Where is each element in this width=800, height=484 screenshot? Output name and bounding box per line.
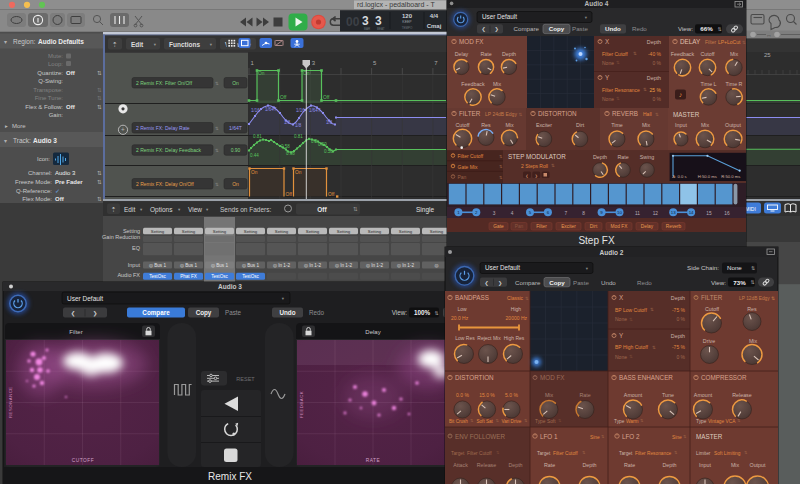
svg-text:MASTER: MASTER xyxy=(673,111,700,118)
svg-text:Q-Reference:: Q-Reference: xyxy=(16,188,52,194)
svg-text:Amount: Amount xyxy=(624,392,643,398)
svg-text:EQ: EQ xyxy=(132,245,141,251)
svg-text:⇅: ⇅ xyxy=(215,126,219,131)
svg-text:10: 10 xyxy=(617,210,622,215)
svg-text:Channel:: Channel: xyxy=(28,170,52,176)
svg-text:1/8: 1/8 xyxy=(284,120,291,125)
svg-text:2 Remix FX: Delay Feedback: 2 Remix FX: Delay Feedback xyxy=(136,147,202,153)
svg-text:Icon:: Icon: xyxy=(37,156,50,162)
svg-text:Depth: Depth xyxy=(502,51,516,57)
svg-text:Filter Cutoff: Filter Cutoff xyxy=(553,451,578,456)
svg-text:Mix: Mix xyxy=(730,51,739,57)
svg-text:⇅: ⇅ xyxy=(742,40,746,45)
svg-text:Off: Off xyxy=(66,70,76,76)
svg-text:Cutoff: Cutoff xyxy=(705,306,720,312)
svg-text:Mix: Mix xyxy=(701,122,710,128)
svg-text:On: On xyxy=(251,170,258,175)
svg-text:25: 25 xyxy=(764,52,771,58)
svg-text:Exciter: Exciter xyxy=(561,224,576,229)
svg-text:Cutoff: Cutoff xyxy=(455,122,470,128)
svg-text:Copy: Copy xyxy=(196,309,212,317)
svg-text:DISTORTION: DISTORTION xyxy=(538,110,577,117)
svg-text:BEAT: BEAT xyxy=(377,27,385,31)
svg-text:Filter Cutoff: Filter Cutoff xyxy=(602,51,628,57)
svg-text:0.81: 0.81 xyxy=(253,134,262,139)
svg-text:Mix: Mix xyxy=(493,81,502,87)
svg-text:Setting: Setting xyxy=(399,229,413,234)
svg-text:◎ In 1-2: ◎ In 1-2 xyxy=(335,263,352,268)
svg-text:Delay: Delay xyxy=(455,51,469,57)
svg-text:4/4: 4/4 xyxy=(430,13,439,19)
svg-text:❯: ❯ xyxy=(498,280,502,287)
svg-text:Depth: Depth xyxy=(662,462,676,468)
svg-text:-40 %: -40 % xyxy=(648,51,662,57)
svg-text:Gain:: Gain: xyxy=(49,112,64,118)
svg-text:Functions: Functions xyxy=(169,41,200,48)
svg-text:Mix: Mix xyxy=(505,122,514,128)
svg-text:Gate Mix: Gate Mix xyxy=(458,164,479,170)
svg-text:⇡: ⇡ xyxy=(111,206,116,213)
svg-text:5.0 %: 5.0 % xyxy=(505,392,518,398)
svg-text:Tune: Tune xyxy=(662,392,674,398)
svg-text:Type: Type xyxy=(696,419,707,424)
svg-text:◎: ◎ xyxy=(434,263,438,268)
svg-text:Dirt: Dirt xyxy=(576,122,585,128)
svg-text:Compare: Compare xyxy=(514,25,540,32)
svg-text:⇅: ⇅ xyxy=(629,317,633,322)
svg-text:◎ Bus 1: ◎ Bus 1 xyxy=(149,263,166,268)
svg-text:Setting: Setting xyxy=(244,229,258,234)
svg-text:2 Steps Roll: 2 Steps Roll xyxy=(521,163,548,169)
svg-text:❯: ❯ xyxy=(93,310,98,317)
svg-text:MOD FX: MOD FX xyxy=(459,38,484,45)
svg-text:15.0 %: 15.0 % xyxy=(479,392,495,398)
svg-text:Redo: Redo xyxy=(309,309,325,316)
svg-text:0.0 %: 0.0 % xyxy=(456,392,469,398)
svg-text:⇅: ⇅ xyxy=(215,81,219,86)
svg-text:◎ In 1-2: ◎ In 1-2 xyxy=(273,263,290,268)
svg-text:Mute:: Mute: xyxy=(48,53,63,59)
svg-text:14: 14 xyxy=(689,210,694,215)
svg-text:Setting: Setting xyxy=(337,229,351,234)
svg-text:⇡: ⇡ xyxy=(112,41,118,48)
svg-text:⇅: ⇅ xyxy=(97,104,102,110)
svg-text:16: 16 xyxy=(724,211,730,216)
svg-text:Pre Fader: Pre Fader xyxy=(55,179,83,185)
svg-text:⇅: ⇅ xyxy=(97,95,102,101)
svg-text:2 Remix FX: Delay Rate: 2 Remix FX: Delay Rate xyxy=(136,125,190,131)
svg-text:Loop:: Loop: xyxy=(48,61,63,67)
svg-text:Step FX: Step FX xyxy=(578,235,614,246)
svg-text:⇅: ⇅ xyxy=(435,310,439,316)
svg-text:Audio 4: Audio 4 xyxy=(585,0,609,7)
svg-text:⇅: ⇅ xyxy=(525,296,529,301)
svg-text:LP+LoCut: LP+LoCut xyxy=(718,39,741,45)
svg-text:⇅: ⇅ xyxy=(655,112,659,117)
svg-text:◎ In 1-2: ◎ In 1-2 xyxy=(304,263,321,268)
svg-text:Compare: Compare xyxy=(142,309,170,317)
svg-text:Release: Release xyxy=(477,462,496,468)
svg-text:Mod FX: Mod FX xyxy=(611,224,629,229)
svg-text:⇅: ⇅ xyxy=(616,60,620,65)
svg-text:Cutoff: Cutoff xyxy=(700,51,715,57)
svg-text:Attack: Attack xyxy=(453,462,468,468)
svg-text:LP 24dB Edgy: LP 24dB Edgy xyxy=(485,111,517,117)
svg-text:❯: ❯ xyxy=(535,174,538,178)
svg-text:Depth: Depth xyxy=(582,462,596,468)
svg-text:Track:: Track: xyxy=(13,137,31,144)
svg-text:None: None xyxy=(727,264,742,271)
svg-text:⇅: ⇅ xyxy=(97,196,102,202)
svg-text:COMPRESSOR: COMPRESSOR xyxy=(701,374,747,381)
svg-text:Paste: Paste xyxy=(225,309,242,316)
svg-text:⇅: ⇅ xyxy=(519,112,523,117)
svg-text:Vintage VCA: Vintage VCA xyxy=(708,419,736,424)
svg-text:Reject Mix: Reject Mix xyxy=(477,335,501,341)
svg-text:Quantize:: Quantize: xyxy=(37,70,63,76)
svg-text:Target: Target xyxy=(537,451,551,456)
svg-text:▸: ▸ xyxy=(5,123,8,129)
svg-text:DELAY: DELAY xyxy=(680,38,701,45)
svg-text:Sine: Sine xyxy=(672,435,682,440)
svg-text:Drive: Drive xyxy=(703,338,715,344)
svg-text:1/64T: 1/64T xyxy=(265,107,277,112)
svg-text:Filter: Filter xyxy=(705,39,716,45)
svg-text:DISTORTION: DISTORTION xyxy=(455,374,494,381)
svg-text:FILTER: FILTER xyxy=(459,110,481,117)
